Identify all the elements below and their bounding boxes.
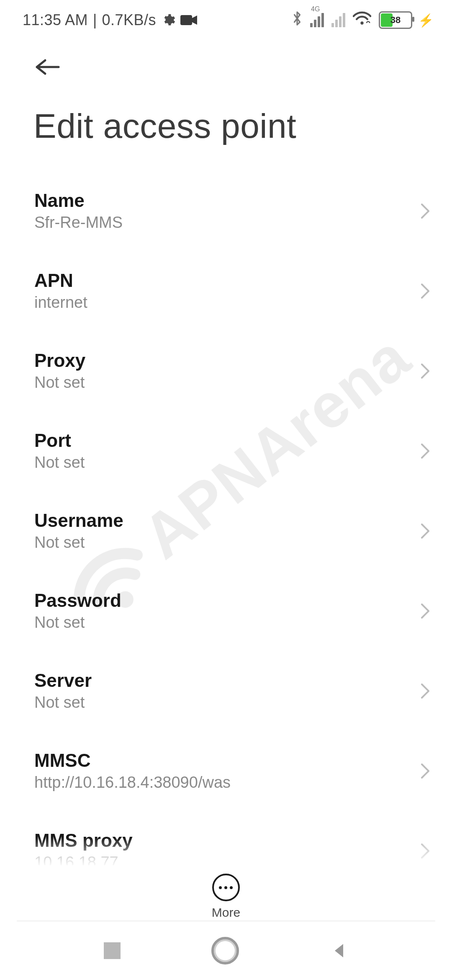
bluetooth-icon — [292, 10, 303, 31]
status-bar: 11:35 AM | 0.7KB/s 4G 38 ⚡ — [0, 0, 452, 40]
status-left: 11:35 AM | 0.7KB/s — [23, 11, 197, 29]
system-nav-bar — [0, 921, 452, 980]
setting-value: Not set — [34, 534, 123, 552]
chevron-right-icon — [419, 282, 431, 300]
camera-icon — [180, 14, 197, 26]
wifi-icon — [353, 11, 371, 30]
status-separator: | — [93, 11, 97, 29]
setting-label: Password — [34, 590, 121, 611]
setting-row-mmsc[interactable]: MMSC http://10.16.18.4:38090/was — [0, 731, 452, 811]
setting-value: http://10.16.18.4:38090/was — [34, 774, 231, 792]
setting-value: internet — [34, 294, 87, 312]
bottom-actions: More — [0, 865, 452, 920]
nav-home-button[interactable] — [211, 937, 239, 965]
setting-label: Name — [34, 190, 123, 211]
more-icon — [212, 874, 240, 901]
setting-value: Not set — [34, 374, 85, 392]
chevron-right-icon — [419, 762, 431, 780]
setting-value: Not set — [34, 694, 92, 712]
setting-row-server[interactable]: Server Not set — [0, 651, 452, 731]
setting-label: Username — [34, 510, 123, 531]
signal-4g-label: 4G — [311, 5, 320, 13]
setting-label: Server — [34, 670, 92, 691]
setting-row-name[interactable]: Name Sfr-Re-MMS — [0, 171, 452, 251]
setting-value: Sfr-Re-MMS — [34, 214, 123, 232]
signal-nosim-icon — [331, 13, 345, 27]
more-button[interactable]: More — [212, 874, 240, 920]
setting-row-proxy[interactable]: Proxy Not set — [0, 331, 452, 411]
charging-bolt-icon: ⚡ — [418, 13, 434, 28]
signal-4g-icon: 4G — [310, 13, 324, 27]
chevron-right-icon — [419, 602, 431, 620]
back-button[interactable] — [33, 57, 427, 77]
battery-icon: 38 — [379, 11, 412, 29]
chevron-right-icon — [419, 202, 431, 220]
setting-label: Proxy — [34, 350, 85, 371]
battery-percent: 38 — [380, 15, 411, 26]
setting-row-username[interactable]: Username Not set — [0, 491, 452, 571]
gear-icon — [161, 13, 175, 27]
setting-row-apn[interactable]: APN internet — [0, 251, 452, 331]
svg-point-2 — [360, 21, 363, 24]
setting-label: MMS proxy — [34, 830, 133, 851]
setting-label: APN — [34, 270, 87, 291]
setting-label: MMSC — [34, 750, 231, 771]
nav-recent-button[interactable] — [104, 942, 121, 959]
setting-row-port[interactable]: Port Not set — [0, 411, 452, 491]
page-title: Edit access point — [0, 77, 452, 171]
chevron-right-icon — [419, 842, 431, 860]
setting-row-password[interactable]: Password Not set — [0, 571, 452, 651]
status-right: 4G 38 ⚡ — [292, 10, 434, 31]
chevron-right-icon — [419, 522, 431, 540]
nav-back-button[interactable] — [330, 941, 348, 960]
more-label: More — [212, 905, 240, 920]
chevron-right-icon — [419, 362, 431, 380]
status-time: 11:35 AM — [23, 11, 88, 29]
chevron-right-icon — [419, 682, 431, 700]
app-bar — [0, 40, 452, 77]
svg-rect-1 — [180, 15, 192, 25]
setting-value: Not set — [34, 454, 85, 472]
status-netspeed: 0.7KB/s — [102, 11, 156, 29]
setting-label: Port — [34, 430, 85, 451]
setting-value: Not set — [34, 614, 121, 632]
settings-list: Name Sfr-Re-MMS APN internet Proxy Not s… — [0, 171, 452, 891]
chevron-right-icon — [419, 442, 431, 460]
